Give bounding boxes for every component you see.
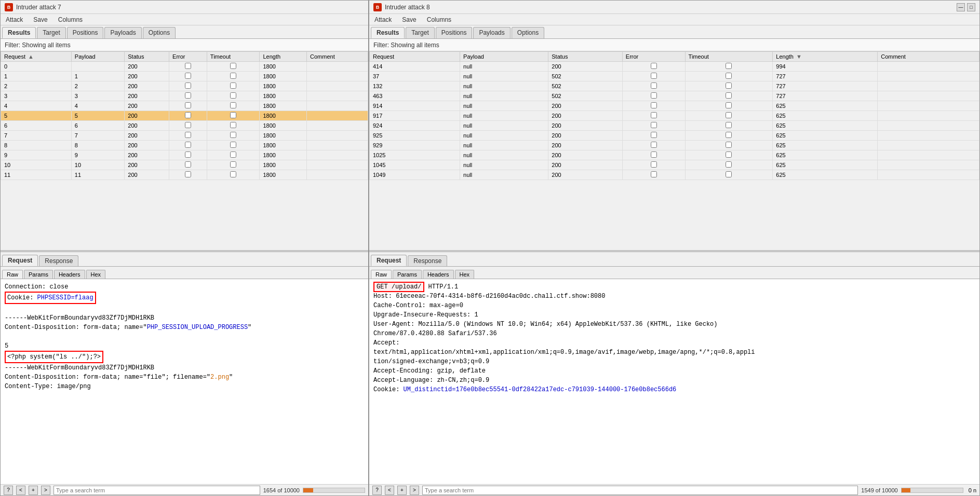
right-subtab-hex[interactable]: Hex xyxy=(455,270,475,279)
right-error-checkbox[interactable] xyxy=(651,82,657,89)
right-tab-target[interactable]: Target xyxy=(406,27,434,38)
right-error-checkbox[interactable] xyxy=(651,132,657,138)
right-search-question[interactable]: ? xyxy=(372,486,382,495)
right-timeout-checkbox[interactable] xyxy=(726,63,732,69)
right-table-row[interactable]: 1025 null 200 625 xyxy=(370,150,979,160)
right-response-tab-request[interactable]: Request xyxy=(371,255,407,266)
right-timeout-checkbox[interactable] xyxy=(726,151,732,158)
right-error-checkbox[interactable] xyxy=(651,102,657,108)
right-table-row[interactable]: 925 null 200 625 xyxy=(370,131,979,141)
right-col-payload[interactable]: Payload xyxy=(460,52,548,62)
left-search-question[interactable]: ? xyxy=(4,486,13,495)
left-col-comment[interactable]: Comment xyxy=(307,52,368,62)
left-timeout-checkbox[interactable] xyxy=(230,73,236,79)
right-table-row[interactable]: 924 null 200 625 xyxy=(370,121,979,131)
right-error-checkbox[interactable] xyxy=(651,73,657,79)
left-timeout-checkbox[interactable] xyxy=(230,142,236,148)
right-table-row[interactable]: 929 null 200 625 xyxy=(370,141,979,150)
right-tab-options[interactable]: Options xyxy=(512,27,544,38)
left-error-checkbox[interactable] xyxy=(185,122,191,128)
right-table-row[interactable]: 1045 null 200 625 xyxy=(370,160,979,170)
right-menu-attack[interactable]: Attack xyxy=(372,16,394,24)
left-table-row[interactable]: 1 1 200 1800 xyxy=(1,72,368,81)
left-col-error[interactable]: Error xyxy=(169,52,207,62)
right-maximize-btn[interactable]: □ xyxy=(967,3,975,11)
right-timeout-checkbox[interactable] xyxy=(726,102,732,108)
left-timeout-checkbox[interactable] xyxy=(230,92,236,99)
right-table-row[interactable]: 37 null 502 727 xyxy=(370,72,979,81)
left-subtab-params[interactable]: Params xyxy=(24,270,53,279)
right-response-tab-response[interactable]: Response xyxy=(408,255,447,266)
left-error-checkbox[interactable] xyxy=(185,171,191,177)
left-tab-options[interactable]: Options xyxy=(143,27,176,38)
left-tab-results[interactable]: Results xyxy=(2,27,36,38)
right-error-checkbox[interactable] xyxy=(651,142,657,148)
right-col-status[interactable]: Status xyxy=(548,52,623,62)
right-minimize-btn[interactable]: — xyxy=(957,3,965,11)
right-table-row[interactable]: 414 null 200 994 xyxy=(370,62,979,72)
left-col-length[interactable]: Length xyxy=(260,52,307,62)
left-timeout-checkbox[interactable] xyxy=(230,63,236,69)
left-response-tab-request[interactable]: Request xyxy=(2,255,38,266)
left-col-request[interactable]: Request ▲ xyxy=(1,52,72,62)
left-table-row[interactable]: 7 7 200 1800 xyxy=(1,131,368,141)
left-table-row[interactable]: 9 9 200 1800 xyxy=(1,150,368,160)
left-table-row[interactable]: 2 2 200 1800 xyxy=(1,81,368,91)
left-subtab-hex[interactable]: Hex xyxy=(86,270,106,279)
left-table-row[interactable]: 3 3 200 1800 xyxy=(1,91,368,101)
left-error-checkbox[interactable] xyxy=(185,102,191,108)
right-col-error[interactable]: Error xyxy=(622,52,685,62)
right-col-length[interactable]: Length ▼ xyxy=(773,52,878,62)
right-error-checkbox[interactable] xyxy=(651,92,657,99)
right-error-checkbox[interactable] xyxy=(651,161,657,168)
right-timeout-checkbox[interactable] xyxy=(726,161,732,168)
left-timeout-checkbox[interactable] xyxy=(230,151,236,158)
right-search-prev[interactable]: < xyxy=(385,486,394,495)
right-timeout-checkbox[interactable] xyxy=(726,171,732,177)
left-timeout-checkbox[interactable] xyxy=(230,82,236,89)
left-error-checkbox[interactable] xyxy=(185,132,191,138)
left-table-row[interactable]: 11 11 200 1800 xyxy=(1,170,368,180)
right-timeout-checkbox[interactable] xyxy=(726,142,732,148)
left-table-row[interactable]: 4 4 200 1800 xyxy=(1,101,368,111)
left-col-status[interactable]: Status xyxy=(125,52,169,62)
left-menu-save[interactable]: Save xyxy=(31,16,49,24)
right-error-checkbox[interactable] xyxy=(651,171,657,177)
left-error-checkbox[interactable] xyxy=(185,73,191,79)
left-search-input[interactable] xyxy=(53,486,260,495)
right-col-request[interactable]: Request xyxy=(370,52,460,62)
left-table-row[interactable]: 6 6 200 1800 xyxy=(1,121,368,131)
left-error-checkbox[interactable] xyxy=(185,112,191,118)
left-timeout-checkbox[interactable] xyxy=(230,132,236,138)
right-table-row[interactable]: 463 null 502 727 xyxy=(370,91,979,101)
left-table-row[interactable]: 5 5 200 1800 xyxy=(1,111,368,121)
right-error-checkbox[interactable] xyxy=(651,63,657,69)
right-search-add[interactable]: + xyxy=(397,486,407,495)
left-menu-attack[interactable]: Attack xyxy=(4,16,25,24)
right-table-row[interactable]: 917 null 200 625 xyxy=(370,111,979,121)
right-timeout-checkbox[interactable] xyxy=(726,82,732,89)
left-table-row[interactable]: 8 8 200 1800 xyxy=(1,141,368,150)
right-menu-save[interactable]: Save xyxy=(400,16,418,24)
right-timeout-checkbox[interactable] xyxy=(726,73,732,79)
right-col-timeout[interactable]: Timeout xyxy=(685,52,773,62)
left-col-payload[interactable]: Payload xyxy=(71,52,124,62)
right-search-input[interactable] xyxy=(422,486,858,495)
right-table-row[interactable]: 132 null 502 727 xyxy=(370,81,979,91)
left-error-checkbox[interactable] xyxy=(185,63,191,69)
right-subtab-raw[interactable]: Raw xyxy=(371,270,392,279)
right-subtab-headers[interactable]: Headers xyxy=(423,270,454,279)
right-timeout-checkbox[interactable] xyxy=(726,92,732,99)
left-subtab-raw[interactable]: Raw xyxy=(2,270,23,279)
right-tab-positions[interactable]: Positions xyxy=(436,27,473,38)
left-search-prev[interactable]: < xyxy=(16,486,25,495)
left-table-row[interactable]: 0 200 1800 xyxy=(1,62,368,72)
left-timeout-checkbox[interactable] xyxy=(230,161,236,168)
left-error-checkbox[interactable] xyxy=(185,142,191,148)
right-table-row[interactable]: 914 null 200 625 xyxy=(370,101,979,111)
right-tab-payloads[interactable]: Payloads xyxy=(473,27,510,38)
left-response-tab-response[interactable]: Response xyxy=(39,255,78,266)
right-timeout-checkbox[interactable] xyxy=(726,112,732,118)
right-timeout-checkbox[interactable] xyxy=(726,132,732,138)
left-error-checkbox[interactable] xyxy=(185,82,191,89)
